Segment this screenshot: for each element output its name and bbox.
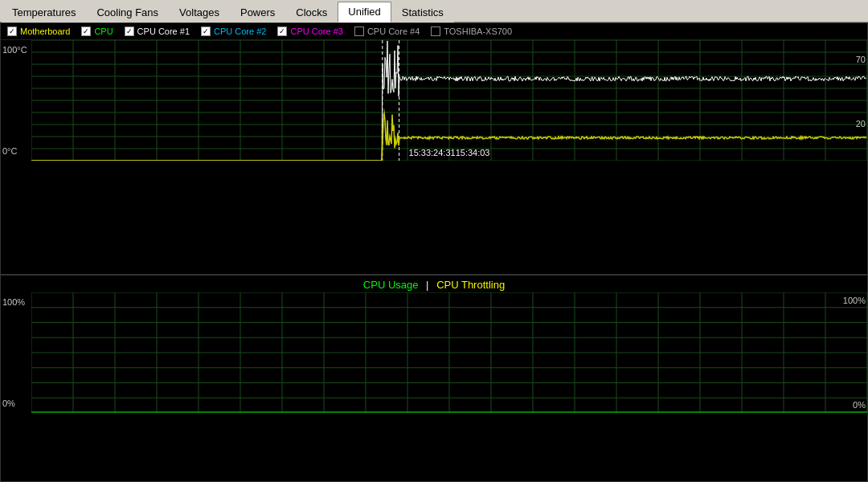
cpu-y-right-bottom-label: 0% xyxy=(853,400,866,410)
y-right-top-label: 70 xyxy=(856,55,866,64)
cpu-usage-chart-panel: CPU Usage | CPU Throttling 100% 0% 100% … xyxy=(0,275,868,482)
tab-cooling-fans[interactable]: Cooling Fans xyxy=(86,2,169,22)
cpu-checkbox[interactable]: ✓ xyxy=(81,27,91,36)
tab-clocks[interactable]: Clocks xyxy=(285,2,338,22)
legend-cpu-core2[interactable]: ✓ CPU Core #2 xyxy=(201,27,266,36)
toshiba-checkbox[interactable] xyxy=(431,27,440,36)
cpu-core3-checkbox[interactable]: ✓ xyxy=(277,27,287,36)
tab-powers[interactable]: Powers xyxy=(230,2,285,22)
legend-cpu-core3-label: CPU Core #3 xyxy=(290,27,342,36)
cpu-y-bottom-label: 0% xyxy=(2,398,30,408)
y-bottom-label: 0°C xyxy=(2,146,30,156)
cpu-usage-label: CPU Usage xyxy=(363,279,419,291)
cpu-core1-checkbox[interactable]: ✓ xyxy=(125,27,134,36)
cpu-usage-title: CPU Usage | CPU Throttling xyxy=(1,276,867,292)
legend-cpu-label: CPU xyxy=(94,27,113,36)
cpu-y-right-top-label: 100% xyxy=(843,296,866,305)
legend-toshiba-label: TOSHIBA-XS700 xyxy=(444,27,512,36)
legend-cpu-core2-label: CPU Core #2 xyxy=(214,27,266,36)
legend-cpu-core4[interactable]: CPU Core #4 xyxy=(354,27,420,36)
cpu-throttling-label: CPU Throttling xyxy=(436,279,505,291)
temperature-chart-panel: ✓ Motherboard ✓ CPU ✓ CPU Core #1 ✓ CPU … xyxy=(0,22,868,275)
legend-motherboard[interactable]: ✓ Motherboard xyxy=(7,27,70,36)
legend-cpu-core1-label: CPU Core #1 xyxy=(137,27,190,36)
tab-temperatures[interactable]: Temperatures xyxy=(2,2,86,22)
tab-statistics[interactable]: Statistics xyxy=(391,2,454,22)
y-top-label: 100°C xyxy=(2,45,30,55)
y-right-bottom-label: 20 xyxy=(856,119,866,129)
legend-cpu[interactable]: ✓ CPU xyxy=(81,27,113,36)
title-separator: | xyxy=(426,279,428,291)
motherboard-checkbox[interactable]: ✓ xyxy=(7,27,17,36)
legend-cpu-core4-label: CPU Core #4 xyxy=(367,27,420,36)
cpu-core2-checkbox[interactable]: ✓ xyxy=(201,27,211,36)
tab-unified[interactable]: Unified xyxy=(338,2,391,22)
tab-voltages[interactable]: Voltages xyxy=(169,2,230,22)
temperature-legend: ✓ Motherboard ✓ CPU ✓ CPU Core #1 ✓ CPU … xyxy=(1,23,867,40)
legend-toshiba[interactable]: TOSHIBA-XS700 xyxy=(431,27,512,36)
legend-motherboard-label: Motherboard xyxy=(20,27,70,36)
cpu-chart-canvas xyxy=(31,292,867,413)
time-label: 15:33:24:3115:34:03 xyxy=(409,148,490,157)
cpu-y-top-label: 100% xyxy=(2,297,30,307)
cpu-core4-checkbox[interactable] xyxy=(354,27,364,36)
main-content: ✓ Motherboard ✓ CPU ✓ CPU Core #1 ✓ CPU … xyxy=(0,22,868,482)
temperature-chart-canvas xyxy=(31,40,867,161)
tab-bar: Temperatures Cooling Fans Voltages Power… xyxy=(0,0,868,22)
legend-cpu-core3[interactable]: ✓ CPU Core #3 xyxy=(277,27,342,36)
legend-cpu-core1[interactable]: ✓ CPU Core #1 xyxy=(125,27,190,36)
